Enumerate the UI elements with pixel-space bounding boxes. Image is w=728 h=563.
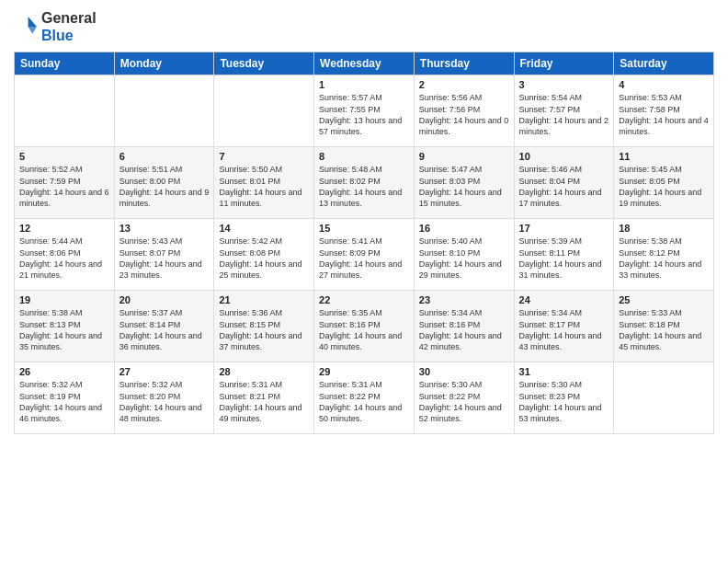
day-number: 7 bbox=[219, 151, 309, 162]
day-number: 27 bbox=[119, 366, 210, 377]
day-number: 3 bbox=[519, 79, 609, 90]
calendar-cell bbox=[214, 75, 314, 147]
day-info: Sunrise: 5:45 AMSunset: 8:05 PMDaylight:… bbox=[619, 164, 709, 209]
svg-marker-0 bbox=[28, 17, 37, 27]
day-number: 5 bbox=[19, 151, 109, 162]
day-number: 9 bbox=[419, 151, 509, 162]
calendar-cell: 5Sunrise: 5:52 AMSunset: 7:59 PMDaylight… bbox=[15, 147, 115, 219]
calendar-table: SundayMondayTuesdayWednesdayThursdayFrid… bbox=[14, 52, 714, 434]
day-info: Sunrise: 5:42 AMSunset: 8:08 PMDaylight:… bbox=[219, 236, 309, 281]
day-number: 4 bbox=[619, 79, 709, 90]
calendar-cell: 26Sunrise: 5:32 AMSunset: 8:19 PMDayligh… bbox=[15, 362, 115, 434]
calendar-cell: 8Sunrise: 5:48 AMSunset: 8:02 PMDaylight… bbox=[314, 147, 415, 219]
day-number: 20 bbox=[119, 294, 210, 305]
weekday-header: Sunday bbox=[15, 52, 115, 75]
day-info: Sunrise: 5:51 AMSunset: 8:00 PMDaylight:… bbox=[119, 164, 210, 209]
day-number: 13 bbox=[119, 223, 210, 234]
calendar-cell: 30Sunrise: 5:30 AMSunset: 8:22 PMDayligh… bbox=[414, 362, 514, 434]
weekday-header: Saturday bbox=[614, 52, 714, 75]
day-number: 26 bbox=[19, 366, 109, 377]
calendar-week-row: 1Sunrise: 5:57 AMSunset: 7:55 PMDaylight… bbox=[15, 75, 714, 147]
day-info: Sunrise: 5:31 AMSunset: 8:22 PMDaylight:… bbox=[319, 379, 409, 424]
calendar-cell: 3Sunrise: 5:54 AMSunset: 7:57 PMDaylight… bbox=[514, 75, 614, 147]
calendar-cell: 20Sunrise: 5:37 AMSunset: 8:14 PMDayligh… bbox=[114, 291, 214, 362]
day-number: 22 bbox=[319, 294, 409, 305]
day-info: Sunrise: 5:40 AMSunset: 8:10 PMDaylight:… bbox=[419, 236, 509, 281]
day-number: 16 bbox=[419, 223, 509, 234]
day-info: Sunrise: 5:56 AMSunset: 7:56 PMDaylight:… bbox=[419, 92, 509, 137]
calendar-week-row: 19Sunrise: 5:38 AMSunset: 8:13 PMDayligh… bbox=[15, 291, 714, 362]
day-info: Sunrise: 5:30 AMSunset: 8:22 PMDaylight:… bbox=[419, 379, 509, 424]
day-number: 28 bbox=[219, 366, 309, 377]
day-number: 31 bbox=[519, 366, 609, 377]
day-info: Sunrise: 5:54 AMSunset: 7:57 PMDaylight:… bbox=[519, 92, 609, 137]
calendar-week-row: 5Sunrise: 5:52 AMSunset: 7:59 PMDaylight… bbox=[15, 147, 714, 219]
day-info: Sunrise: 5:47 AMSunset: 8:03 PMDaylight:… bbox=[419, 164, 509, 209]
calendar-cell: 11Sunrise: 5:45 AMSunset: 8:05 PMDayligh… bbox=[614, 147, 714, 219]
day-number: 1 bbox=[319, 79, 409, 90]
calendar-cell: 4Sunrise: 5:53 AMSunset: 7:58 PMDaylight… bbox=[614, 75, 714, 147]
day-number: 8 bbox=[319, 151, 409, 162]
day-info: Sunrise: 5:33 AMSunset: 8:18 PMDaylight:… bbox=[619, 307, 709, 352]
day-number: 29 bbox=[319, 366, 409, 377]
page: General Blue SundayMondayTuesdayWednesda… bbox=[0, 0, 728, 563]
calendar-cell: 1Sunrise: 5:57 AMSunset: 7:55 PMDaylight… bbox=[314, 75, 415, 147]
calendar-cell: 7Sunrise: 5:50 AMSunset: 8:01 PMDaylight… bbox=[214, 147, 314, 219]
day-info: Sunrise: 5:32 AMSunset: 8:19 PMDaylight:… bbox=[19, 379, 109, 424]
day-info: Sunrise: 5:38 AMSunset: 8:13 PMDaylight:… bbox=[19, 307, 109, 352]
day-number: 19 bbox=[19, 294, 109, 305]
day-info: Sunrise: 5:30 AMSunset: 8:23 PMDaylight:… bbox=[519, 379, 609, 424]
weekday-header: Tuesday bbox=[214, 52, 314, 75]
day-info: Sunrise: 5:31 AMSunset: 8:21 PMDaylight:… bbox=[219, 379, 309, 424]
calendar-cell: 24Sunrise: 5:34 AMSunset: 8:17 PMDayligh… bbox=[514, 291, 614, 362]
calendar-cell: 28Sunrise: 5:31 AMSunset: 8:21 PMDayligh… bbox=[214, 362, 314, 434]
calendar-cell: 18Sunrise: 5:38 AMSunset: 8:12 PMDayligh… bbox=[614, 219, 714, 291]
day-info: Sunrise: 5:48 AMSunset: 8:02 PMDaylight:… bbox=[319, 164, 409, 209]
day-info: Sunrise: 5:43 AMSunset: 8:07 PMDaylight:… bbox=[119, 236, 210, 281]
calendar-cell: 23Sunrise: 5:34 AMSunset: 8:16 PMDayligh… bbox=[414, 291, 514, 362]
day-number: 21 bbox=[219, 294, 309, 305]
day-number: 15 bbox=[319, 223, 409, 234]
calendar-cell: 31Sunrise: 5:30 AMSunset: 8:23 PMDayligh… bbox=[514, 362, 614, 434]
weekday-header: Thursday bbox=[414, 52, 514, 75]
day-info: Sunrise: 5:39 AMSunset: 8:11 PMDaylight:… bbox=[519, 236, 609, 281]
calendar-cell: 10Sunrise: 5:46 AMSunset: 8:04 PMDayligh… bbox=[514, 147, 614, 219]
day-number: 24 bbox=[519, 294, 609, 305]
header: General Blue bbox=[14, 9, 714, 44]
day-number: 17 bbox=[519, 223, 609, 234]
calendar-week-row: 26Sunrise: 5:32 AMSunset: 8:19 PMDayligh… bbox=[15, 362, 714, 434]
calendar-cell bbox=[614, 362, 714, 434]
calendar-cell: 13Sunrise: 5:43 AMSunset: 8:07 PMDayligh… bbox=[114, 219, 214, 291]
day-number: 2 bbox=[419, 79, 509, 90]
weekday-header-row: SundayMondayTuesdayWednesdayThursdayFrid… bbox=[15, 52, 714, 75]
logo-icon bbox=[14, 14, 40, 40]
calendar-cell: 27Sunrise: 5:32 AMSunset: 8:20 PMDayligh… bbox=[114, 362, 214, 434]
day-number: 6 bbox=[119, 151, 210, 162]
calendar-cell bbox=[114, 75, 214, 147]
day-info: Sunrise: 5:41 AMSunset: 8:09 PMDaylight:… bbox=[319, 236, 409, 281]
calendar-cell: 14Sunrise: 5:42 AMSunset: 8:08 PMDayligh… bbox=[214, 219, 314, 291]
day-info: Sunrise: 5:53 AMSunset: 7:58 PMDaylight:… bbox=[619, 92, 709, 137]
day-info: Sunrise: 5:50 AMSunset: 8:01 PMDaylight:… bbox=[219, 164, 309, 209]
calendar-cell: 12Sunrise: 5:44 AMSunset: 8:06 PMDayligh… bbox=[15, 219, 115, 291]
calendar-cell: 9Sunrise: 5:47 AMSunset: 8:03 PMDaylight… bbox=[414, 147, 514, 219]
weekday-header: Monday bbox=[114, 52, 214, 75]
calendar-cell: 2Sunrise: 5:56 AMSunset: 7:56 PMDaylight… bbox=[414, 75, 514, 147]
day-info: Sunrise: 5:38 AMSunset: 8:12 PMDaylight:… bbox=[619, 236, 709, 281]
calendar-cell: 29Sunrise: 5:31 AMSunset: 8:22 PMDayligh… bbox=[314, 362, 415, 434]
day-info: Sunrise: 5:46 AMSunset: 8:04 PMDaylight:… bbox=[519, 164, 609, 209]
day-number: 11 bbox=[619, 151, 709, 162]
day-number: 25 bbox=[619, 294, 709, 305]
day-info: Sunrise: 5:34 AMSunset: 8:16 PMDaylight:… bbox=[419, 307, 509, 352]
day-info: Sunrise: 5:34 AMSunset: 8:17 PMDaylight:… bbox=[519, 307, 609, 352]
calendar-cell: 15Sunrise: 5:41 AMSunset: 8:09 PMDayligh… bbox=[314, 219, 415, 291]
weekday-header: Wednesday bbox=[314, 52, 415, 75]
weekday-header: Friday bbox=[514, 52, 614, 75]
day-info: Sunrise: 5:44 AMSunset: 8:06 PMDaylight:… bbox=[19, 236, 109, 281]
calendar-cell: 16Sunrise: 5:40 AMSunset: 8:10 PMDayligh… bbox=[414, 219, 514, 291]
day-info: Sunrise: 5:52 AMSunset: 7:59 PMDaylight:… bbox=[19, 164, 109, 209]
calendar-cell bbox=[15, 75, 115, 147]
calendar-week-row: 12Sunrise: 5:44 AMSunset: 8:06 PMDayligh… bbox=[15, 219, 714, 291]
day-number: 12 bbox=[19, 223, 109, 234]
day-number: 30 bbox=[419, 366, 509, 377]
